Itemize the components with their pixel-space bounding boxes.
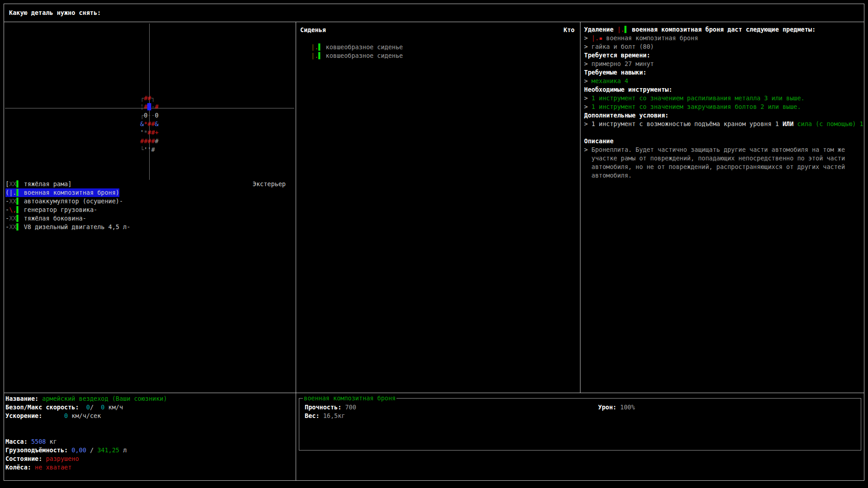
vehicle-stat-line: Грузоподъёмность: 0,00 / 341,25 л [5,446,167,455]
seats-header: Сиденья [300,26,326,34]
removal-info-line: участке рамы от повреждений, попадающих … [584,154,862,163]
vehicle-stats-panel: Название: армейский вездеход (Ваши союзн… [4,393,296,480]
vehicle-art-row: ¦#█-# [140,103,159,111]
vehicle-art-row: ##### [140,137,159,145]
who-column-header: Кто [564,26,575,34]
removal-info-line: > примерно 27 минут [584,60,862,68]
part-damage-line: Урон: 100% [598,403,635,412]
vehicle-stat-line: Колёса: не хватает [5,463,167,472]
part-info-stats: Прочность: 700Вес: 16,5кг [305,403,356,420]
vehicle-art-row: &*##& [140,120,159,128]
part-list-item[interactable]: -\,▌ генератор грузовика- [5,206,130,214]
vehicle-art-row: └''# [140,145,159,154]
vehicle-view-panel: ┌##┐¦#█-#┌0--0&*##&'*##+#####└''# [XX▌ т… [4,22,296,393]
seat-list-item[interactable]: |.▌ ковшеобразное сиденье [311,52,403,60]
vehicle-stat-line: Ускорение: 0 км/ч/сек [5,412,167,420]
part-list-item[interactable]: -XX▌ автоаккумулятор (осушение)- [5,197,130,206]
removal-info-line: Удаление |.▌ военная композитная броня д… [584,25,862,34]
vehicle-ascii-art: ┌##┐¦#█-#┌0--0&*##&'*##+#####└''# [140,94,159,154]
part-list-item[interactable]: [XX▌ тяжёлая рама] [5,180,130,188]
removal-info-line: Требуется времени: [584,51,862,60]
part-info-line: Вес: 16,5кг [305,412,356,420]
part-list-item[interactable]: (|.▌ военная композитная броня) [5,188,119,197]
part-list: [XX▌ тяжёлая рама](|.▌ военная композитн… [5,180,130,231]
seat-list: |.▌ ковшеобразное сиденье|.▌ ковшеобразн… [311,43,403,60]
prompt-bar: Какую деталь нужно снять: [9,9,101,17]
vehicle-art-row: '*##+ [140,128,159,137]
removal-info-line: > гайка и болт (80) [584,42,862,51]
vehicle-stat-line: Безоп/Макс скорость: 0/ 0 км/ч [5,403,167,412]
part-info-title: военная композитная броня [303,394,396,403]
removal-info-line: > |.▪ военная композитная броня [584,34,862,42]
vehicle-stat-line: Состояние: разрушено [5,455,167,463]
removal-info-text: Удаление |.▌ военная композитная броня д… [584,25,862,180]
part-info-line: Прочность: 700 [305,403,356,412]
exterior-label: Экстерьер [253,180,286,188]
vehicle-stat-line: Название: армейский вездеход (Ваши союзн… [5,394,167,403]
removal-info-line: автомобиля. [584,171,862,180]
part-list-item[interactable]: -XX▌ тяжёлая боковина- [5,214,130,223]
part-list-item[interactable]: -XX▌ V8 дизельный двигатель 4,5 л- [5,223,130,231]
removal-info-line [584,128,862,137]
removal-info-line: > 1 инструмент со значением распиливания… [584,94,862,103]
removal-info-line: автомобиля, но не от повреждений, распро… [584,163,862,171]
part-info-box: военная композитная броня Прочность: 700… [299,398,861,450]
removal-info-line: > Бронеплита. Будет частично защищать др… [584,145,862,154]
removal-info-line: > 1 инструмент с возможностью подъёма кр… [584,120,862,128]
vehicle-stat-line [5,429,167,437]
removal-info-line: Описание [584,137,862,145]
removal-info-line: Необходимые инструменты: [584,85,862,94]
seat-list-item[interactable]: |.▌ ковшеобразное сиденье [311,43,403,52]
vehicle-stats-text: Название: армейский вездеход (Ваши союзн… [5,394,167,472]
removal-info-panel: Удаление |.▌ военная композитная броня д… [580,22,864,393]
vehicle-art-row: ┌##┐ [140,94,159,103]
removal-info-line: > 1 инструмент со значением закручивания… [584,103,862,111]
prompt-text: Какую деталь нужно снять: [9,9,101,16]
vehicle-art-row: ┌0--0 [140,111,159,120]
vehicle-stat-line [5,420,167,429]
removal-info-line: Дополнительные условия: [584,111,862,120]
seats-panel: Сиденья Кто |.▌ ковшеобразное сиденье|.▌… [296,22,580,393]
vehicle-stat-line: Масса: 5508 кг [5,437,167,446]
removal-info-line: > механика 4 [584,77,862,85]
bottom-vertical-divider [296,393,296,481]
removal-info-line: Требуемые навыки: [584,68,862,77]
